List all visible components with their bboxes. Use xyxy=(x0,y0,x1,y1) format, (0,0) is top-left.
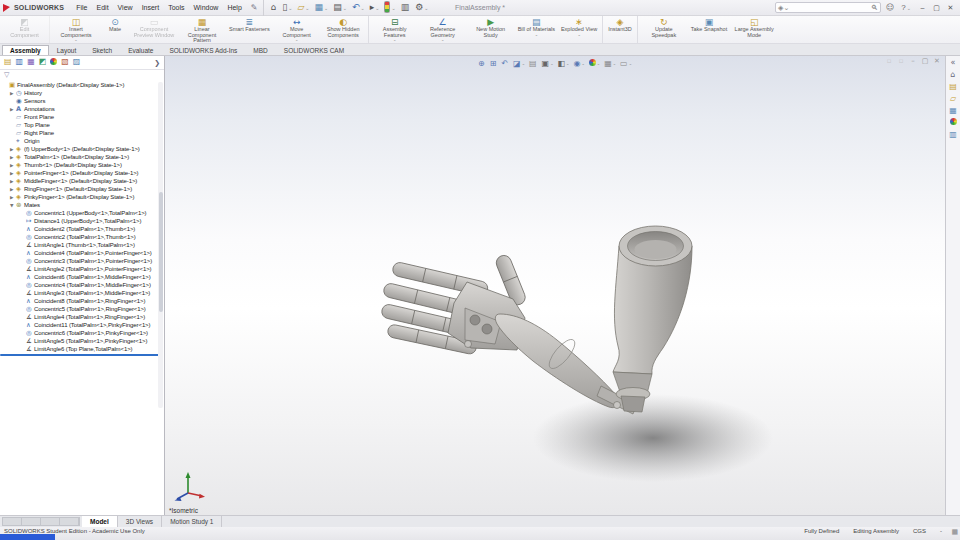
ribbon-button[interactable]: Show Hidden Components xyxy=(321,16,369,43)
ribbon-tab[interactable]: SOLIDWORKS CAM xyxy=(276,45,352,55)
view-tool-button[interactable] xyxy=(489,59,499,68)
tab-scroll-buttons[interactable] xyxy=(2,517,80,526)
document-tab[interactable]: Model xyxy=(82,516,118,527)
ribbon-button[interactable]: Mate xyxy=(100,16,130,43)
dropdown-caret-icon[interactable]: ⌄ xyxy=(288,5,292,11)
tree-filter-row[interactable]: ▽ xyxy=(0,70,164,80)
quick-toolbar-button[interactable]: ⌄ xyxy=(313,2,331,13)
view-tool-button[interactable] xyxy=(500,59,510,68)
tree-item[interactable]: Coincident11 (TotalPalm<1>,PinkyFinger<1… xyxy=(0,321,164,329)
dropdown-caret-icon[interactable]: ⌄ xyxy=(613,61,616,66)
tree-item[interactable]: Concentric2 (TotalPalm<1>,Thumb<1>) xyxy=(0,233,164,241)
tree-item[interactable]: Right Plane xyxy=(0,129,164,137)
ribbon-tab[interactable]: Evaluate xyxy=(120,45,161,55)
view-tool-button[interactable]: ⌄ xyxy=(572,59,585,68)
propertymanager-tab-icon[interactable] xyxy=(16,58,24,67)
menu-item[interactable]: Help xyxy=(223,2,245,13)
ribbon-button[interactable]: Exploded View ⌄ xyxy=(558,16,603,43)
tree-item[interactable]: Distance1 (UpperBody<1>,TotalPalm<1>) xyxy=(0,217,164,225)
tree-item[interactable]: Coincident8 (TotalPalm<1>,RingFinger<1>) xyxy=(0,297,164,305)
tree-item[interactable]: Sensors xyxy=(0,97,164,105)
tree-item[interactable]: LimitAngle3 (TotalPalm<1>,MiddleFinger<1… xyxy=(0,289,164,297)
graphics-viewport[interactable]: ⌄ ⌄ ⌄ xyxy=(165,56,945,515)
ribbon-tab[interactable]: MBD xyxy=(245,45,275,55)
ribbon-button[interactable]: Take Snapshot xyxy=(688,16,730,43)
tree-scrollbar-thumb[interactable] xyxy=(159,192,163,312)
ribbon-button[interactable]: Bill of Materials ⌄ xyxy=(515,16,558,43)
cam-operation-tab-icon[interactable] xyxy=(73,58,81,67)
ribbon-button[interactable]: Reference Geometry ⌄ xyxy=(419,16,467,43)
tree-item[interactable]: ▶ Thumb<1> (Default<Display State-1>) xyxy=(0,161,164,169)
view-tool-button[interactable] xyxy=(528,59,539,68)
ribbon-button[interactable]: Assembly Features ⌄ xyxy=(371,16,419,43)
dropdown-caret-icon[interactable]: ⌄ xyxy=(424,5,428,11)
task-pane-collapse-icon[interactable]: « xyxy=(951,58,956,67)
dropdown-caret-icon[interactable]: ⌄ xyxy=(566,61,569,66)
tree-item[interactable]: LimitAngle1 (Thumb<1>,TotalPalm<1>) xyxy=(0,241,164,249)
dropdown-caret-icon[interactable]: ⌄ xyxy=(522,61,525,66)
dropdown-caret-icon[interactable]: ⌄ xyxy=(441,38,444,42)
tree-item[interactable]: Origin xyxy=(0,137,164,145)
document-window-button[interactable]: ▫ xyxy=(884,57,894,65)
view-tool-button[interactable]: ⌄ xyxy=(588,59,601,68)
tree-item[interactable]: ▶ Annotations xyxy=(0,105,164,113)
quick-toolbar-button[interactable]: ⌄ xyxy=(331,2,349,13)
dropdown-caret-icon[interactable]: ⌄ xyxy=(391,5,395,11)
status-tray-icon[interactable]: ▦ xyxy=(951,528,958,536)
dropdown-caret-icon[interactable]: ⌄ xyxy=(295,38,298,42)
quick-toolbar-button[interactable]: ⌄ xyxy=(368,2,382,13)
tree-item[interactable]: Concentric5 (TotalPalm<1>,RingFinger<1>) xyxy=(0,305,164,313)
dropdown-caret-icon[interactable]: ⌄ xyxy=(343,5,347,11)
dropdown-caret-icon[interactable]: ⌄ xyxy=(629,61,632,66)
tree-item[interactable]: Front Plane xyxy=(0,113,164,121)
tree-item[interactable]: Coincident4 (TotalPalm<1>,PointerFinger<… xyxy=(0,249,164,257)
menu-item[interactable]: Insert xyxy=(138,2,164,13)
dropdown-caret-icon[interactable]: ⌄ xyxy=(74,38,77,42)
search-box[interactable]: ◈⌄ 🔍︎ xyxy=(775,2,881,13)
configurationmanager-tab-icon[interactable] xyxy=(27,58,35,67)
document-tab[interactable]: 3D Views xyxy=(118,516,162,527)
view-tool-button[interactable]: ⌄ xyxy=(557,59,571,68)
ribbon-tab[interactable]: Sketch xyxy=(84,45,120,55)
dropdown-caret-icon[interactable]: ⌄ xyxy=(393,38,396,42)
quick-toolbar-button[interactable]: ⌄ xyxy=(382,0,397,16)
ribbon-button[interactable]: Edit Component xyxy=(2,16,50,43)
tree-item[interactable]: Concentric4 (TotalPalm<1>,MiddleFinger<1… xyxy=(0,281,164,289)
tree-item[interactable]: ▶ PointerFinger<1> (Default<Display Stat… xyxy=(0,169,164,177)
dropdown-caret-icon[interactable]: ⌄ xyxy=(550,61,553,66)
tree-item[interactable]: Concentric6 (TotalPalm<1>,PinkyFinger<1>… xyxy=(0,329,164,337)
restore-button[interactable]: ▢ xyxy=(930,2,943,14)
quick-toolbar-button[interactable]: ⌄ xyxy=(413,2,430,13)
minimize-button[interactable]: – xyxy=(916,2,929,14)
appearances-icon[interactable] xyxy=(950,118,957,127)
view-tool-button[interactable]: ⌄ xyxy=(603,59,617,68)
custom-properties-icon[interactable] xyxy=(949,130,957,139)
tree-item[interactable]: FinalAssembly (Default<Display State-1>) xyxy=(0,81,164,89)
rollback-bar[interactable] xyxy=(0,354,160,356)
ribbon-button[interactable]: Update Speedpak xyxy=(640,16,688,43)
menu-item[interactable]: File xyxy=(72,2,91,13)
ribbon-button[interactable]: New Motion Study xyxy=(467,16,515,43)
document-tab[interactable]: Motion Study 1 xyxy=(162,516,222,527)
ribbon-button[interactable]: Move Component ⌄ xyxy=(273,16,321,43)
tree-item[interactable]: Top Plane xyxy=(0,121,164,129)
ribbon-button[interactable]: Instant3D xyxy=(605,16,638,43)
quick-toolbar-button[interactable]: ⌄ xyxy=(280,2,294,13)
document-window-button[interactable]: ▫ xyxy=(896,57,906,65)
tree-item[interactable]: LimitAngle6 (Top Plane,TotalPalm<1>) xyxy=(0,345,164,353)
tree-item[interactable]: ▶ PinkyFinger<1> (Default<Display State-… xyxy=(0,193,164,201)
tree-item[interactable]: LimitAngle5 (TotalPalm<1>,PinkyFinger<1>… xyxy=(0,337,164,345)
tree-scrollbar[interactable] xyxy=(158,82,163,408)
dropdown-caret-icon[interactable]: ⌄ xyxy=(375,5,379,11)
dropdown-caret-icon[interactable]: ⌄ xyxy=(597,61,600,66)
document-window-button[interactable]: ✕ xyxy=(932,57,942,65)
ribbon-button[interactable]: Insert Components ⌄ xyxy=(52,16,100,43)
tree-item[interactable]: Coincident6 (TotalPalm<1>,MiddleFinger<1… xyxy=(0,273,164,281)
dropdown-caret-icon[interactable]: ⌄ xyxy=(305,5,309,11)
dropdown-caret-icon[interactable]: ⌄ xyxy=(581,61,584,66)
quick-toolbar-button[interactable] xyxy=(269,2,280,13)
assembly-model[interactable] xyxy=(165,56,945,515)
search-icon[interactable]: 🔍︎ xyxy=(871,4,878,12)
help-button[interactable]: ?⌄ xyxy=(899,3,913,12)
tree-item[interactable]: LimitAngle4 (TotalPalm<1>,RingFinger<1>) xyxy=(0,313,164,321)
